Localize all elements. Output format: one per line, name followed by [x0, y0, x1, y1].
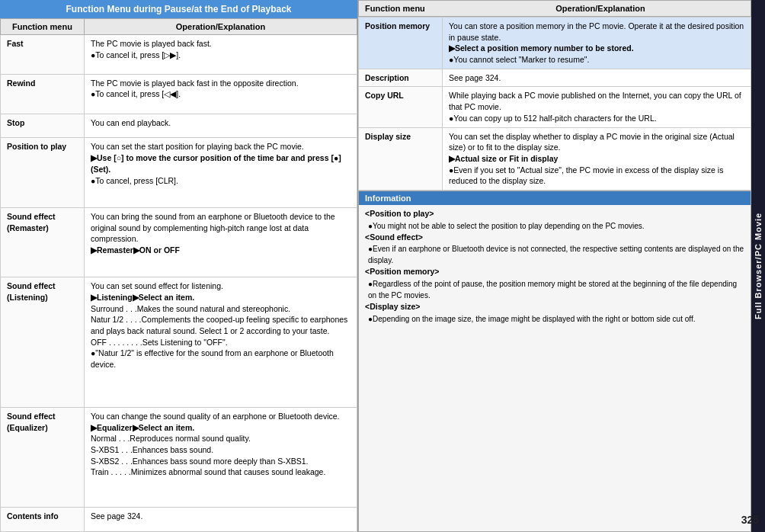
info-section-heading: <Position memory> [365, 266, 744, 278]
left-col2-header: Operation/Explanation [85, 19, 357, 35]
arrow-instruction: ▶Select a position memory number to be s… [449, 43, 744, 54]
right-col2-header: Operation/Explanation [456, 4, 744, 13]
function-name-cell: Position to play [1, 138, 85, 207]
desc-main: While playing back a PC movie published … [449, 90, 744, 112]
left-panel: Function Menu during Pause/at the End of… [0, 0, 358, 532]
info-section-heading: <Display size> [365, 301, 744, 313]
table-row: Position to playYou can set the start po… [1, 138, 357, 207]
desc-main: You can set sound effect for listening. [91, 280, 350, 292]
desc-main: You can change the sound quality of an e… [91, 411, 350, 422]
function-name-cell: Contents info [1, 508, 85, 532]
desc-sub: OFF . . . . . . . .Sets Listening to "OF… [91, 337, 350, 348]
function-name-cell: Sound effect (Remaster) [1, 207, 85, 277]
function-desc-cell: See page 324. [443, 69, 751, 87]
info-bullet: ●Even if an earphone or Bluetooth device… [368, 243, 744, 266]
function-desc-cell: You can change the sound quality of an e… [85, 407, 357, 507]
desc-sub: S-XBS1 . . .Enhances bass sound. [91, 444, 350, 456]
table-row: Position memoryYou can store a position … [359, 18, 751, 69]
function-desc-cell: You can end playback. [85, 114, 357, 138]
function-desc-cell: You can set the display whether to displ… [443, 127, 751, 190]
function-desc-cell: You can bring the sound from an earphone… [85, 207, 357, 277]
info-section-heading: <Sound effect> [365, 232, 744, 244]
arrow-instruction: ▶Remaster▶ON or OFF [91, 245, 350, 256]
arrow-instruction: ▶Equalizer▶Select an item. [91, 422, 350, 434]
left-table-container: Function Menu during Pause/at the End of… [0, 0, 357, 532]
desc-main: You can set the start position for playi… [91, 141, 350, 152]
info-section-heading: <Position to play> [365, 208, 744, 220]
function-name-cell: Display size [359, 127, 443, 190]
info-bullet: ●You might not be able to select the pos… [368, 220, 744, 232]
left-function-table: Function menu Operation/Explanation Fast… [0, 18, 357, 532]
page-number: 325 [741, 514, 759, 526]
function-name-cell: Description [359, 69, 443, 87]
desc-sub: Surround . . .Makes the sound natural an… [91, 303, 350, 315]
function-desc-cell: See page 324. [85, 508, 357, 532]
function-name-cell: Sound effect (Equalizer) [1, 407, 85, 507]
table-row: Sound effect (Remaster)You can bring the… [1, 207, 357, 277]
desc-main: You can set the display whether to displ… [449, 131, 744, 153]
left-title: Function Menu during Pause/at the End of… [0, 0, 357, 18]
function-name-cell: Copy URL [359, 87, 443, 127]
function-desc-cell: While playing back a PC movie published … [443, 87, 751, 127]
function-name-cell: Fast [1, 35, 85, 75]
function-desc-cell: You can set the start position for playi… [85, 138, 357, 207]
bullet-point: ●"Natur 1/2" is effective for the sound … [91, 348, 350, 370]
right-function-table: Position memoryYou can store a position … [358, 17, 751, 191]
bullet-point: ●To cancel it, press [◁◀]. [91, 88, 350, 100]
right-area: Function menu Operation/Explanation Posi… [358, 0, 765, 532]
desc-main: The PC movie is played back fast. [91, 38, 350, 50]
main-content: Function Menu during Pause/at the End of… [0, 0, 765, 532]
desc-main: You can store a position memory in the P… [449, 21, 744, 43]
desc-main: You can end playback. [91, 117, 350, 129]
right-col1-header: Function menu [365, 4, 456, 13]
info-content: <Position to play>●You might not be able… [359, 205, 751, 328]
table-row: FastThe PC movie is played back fast.●To… [1, 35, 357, 75]
table-row: StopYou can end playback. [1, 114, 357, 138]
arrow-instruction: ▶Use [○] to move the cursor position of … [91, 152, 350, 175]
arrow-instruction: ▶Actual size or Fit in display [449, 153, 744, 165]
bullet-point: ●You cannot select "Marker to resume". [449, 54, 744, 66]
function-name-cell: Sound effect (Listening) [1, 277, 85, 408]
desc-main: The PC movie is played back fast in the … [91, 78, 350, 89]
function-desc-cell: The PC movie is played back fast.●To can… [85, 35, 357, 75]
desc-main: See page 324. [91, 511, 350, 522]
table-row: Display sizeYou can set the display whet… [359, 127, 751, 190]
table-row: RewindThe PC movie is played back fast i… [1, 74, 357, 114]
function-desc-cell: You can set sound effect for listening.▶… [85, 277, 357, 408]
desc-sub: Normal . . .Reproduces normal sound qual… [91, 433, 350, 444]
desc-sub: Train . . . . .Minimizes abnormal sound … [91, 466, 350, 478]
table-row: Copy URLWhile playing back a PC movie pu… [359, 87, 751, 127]
desc-sub: S-XBS2 . . .Enhances bass sound more dee… [91, 456, 350, 467]
left-col1-header: Function menu [1, 19, 85, 35]
function-desc-cell: You can store a position memory in the P… [443, 18, 751, 69]
info-bullet: ●Depending on the image size, the image … [368, 313, 744, 325]
info-box: Information <Position to play>●You might… [358, 191, 751, 532]
table-row: Sound effect (Listening)You can set soun… [1, 277, 357, 408]
bullet-point: ●To cancel it, press [▷▶]. [91, 50, 350, 61]
table-row: Sound effect (Equalizer)You can change t… [1, 407, 357, 507]
bullet-point: ●To cancel, press [CLR]. [91, 175, 350, 187]
sidebar-label: Full Browser/PC Movie [751, 0, 765, 532]
right-sections: Function menu Operation/Explanation Posi… [358, 0, 751, 532]
arrow-instruction: ▶Listening▶Select an item. [91, 292, 350, 303]
info-bullet: ●Regardless of the point of pause, the p… [368, 278, 744, 301]
function-name-cell: Rewind [1, 74, 85, 114]
right-table-header: Function menu Operation/Explanation [358, 0, 751, 17]
desc-main: You can bring the sound from an earphone… [91, 211, 350, 245]
bullet-point: ●Even if you set to "Actual size", the P… [449, 165, 744, 187]
desc-main: See page 324. [449, 72, 744, 84]
table-row: DescriptionSee page 324. [359, 69, 751, 87]
info-title: Information [359, 191, 751, 205]
desc-sub: Natur 1/2 . . . .Complements the cooped-… [91, 314, 350, 336]
function-name-cell: Position memory [359, 18, 443, 69]
table-row: Contents infoSee page 324. [1, 508, 357, 532]
function-name-cell: Stop [1, 114, 85, 138]
function-desc-cell: The PC movie is played back fast in the … [85, 74, 357, 114]
bullet-point: ●You can copy up to 512 half-pitch chara… [449, 113, 744, 124]
